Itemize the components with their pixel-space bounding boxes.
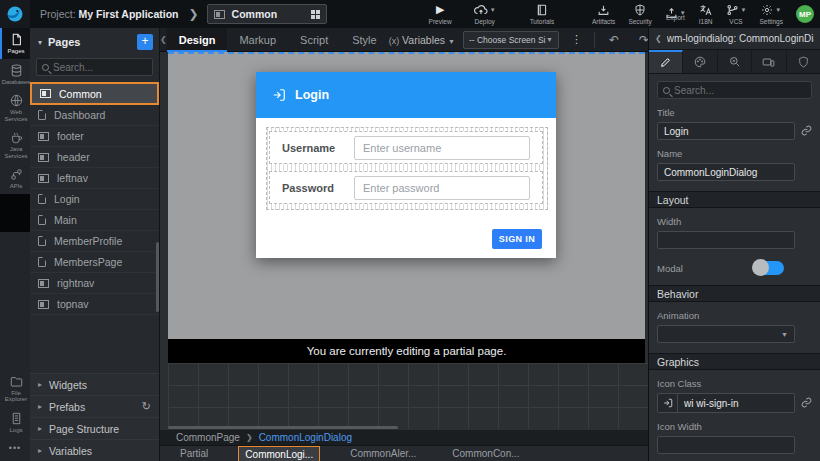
canvas-grid-background: [168, 363, 648, 429]
page-item-topnav[interactable]: topnav: [30, 294, 159, 315]
rail-item-file-explorer[interactable]: File Explorer: [0, 370, 30, 407]
editor-center: ❮ Design Markup Script Style (x) Variabl…: [160, 28, 648, 461]
export-button[interactable]: ▼ Export: [665, 0, 686, 28]
rail-item-pages[interactable]: Pages: [0, 28, 30, 59]
layout-section-header[interactable]: Layout: [649, 191, 820, 208]
screen-size-select[interactable]: -- Choose Screen Size -- ▼: [463, 31, 559, 49]
page-item-memberprofile[interactable]: MemberProfile: [30, 231, 159, 252]
icon-width-property-input[interactable]: [657, 436, 795, 454]
tab-properties[interactable]: [649, 50, 683, 73]
i18n-button[interactable]: I18N: [699, 0, 713, 28]
tab-markup[interactable]: Markup: [227, 28, 288, 52]
page-item-memberspage[interactable]: MembersPage: [30, 252, 159, 273]
tab-styles[interactable]: [683, 50, 717, 73]
page-item-rightnav[interactable]: rightnav: [30, 273, 159, 294]
add-page-button[interactable]: +: [137, 34, 153, 50]
bind-link-icon[interactable]: [801, 122, 812, 140]
doc-tab-partial[interactable]: Partial: [174, 446, 214, 461]
section-variables[interactable]: ▸Variables: [30, 439, 159, 461]
canvas-horizontal-scrollbar[interactable]: [168, 426, 398, 429]
artifacts-button[interactable]: Artifacts: [592, 0, 615, 28]
password-form-row[interactable]: Password: [269, 171, 543, 204]
more-options-button[interactable]: ⋮: [567, 33, 586, 46]
tab-security[interactable]: [787, 50, 820, 73]
page-surface[interactable]: Login Username Password SIGN IN: [168, 52, 645, 339]
tab-style[interactable]: Style: [340, 28, 388, 52]
undo-button[interactable]: ↶: [603, 33, 625, 47]
project-name: My First Application: [79, 8, 179, 20]
breadcrumb-parent[interactable]: CommonPage: [176, 432, 240, 443]
pages-search-box[interactable]: [36, 58, 153, 76]
tab-script[interactable]: Script: [288, 28, 340, 52]
login-dialog-widget[interactable]: Login Username Password SIGN IN: [256, 72, 556, 258]
variables-dropdown[interactable]: (x) Variables ▼: [389, 34, 455, 46]
section-page-structure[interactable]: ▸Page Structure: [30, 417, 159, 439]
bind-link-icon[interactable]: [801, 394, 812, 412]
collapse-left-icon[interactable]: ❮: [160, 35, 167, 44]
properties-search-box[interactable]: [657, 81, 812, 99]
wavemaker-logo[interactable]: [0, 0, 30, 28]
tab-devices[interactable]: [752, 50, 786, 73]
page-selector-dropdown[interactable]: Common: [207, 4, 327, 24]
security-button[interactable]: Security: [628, 0, 651, 28]
user-avatar[interactable]: MP: [796, 5, 814, 23]
pages-scrollbar[interactable]: [156, 242, 159, 312]
properties-search-input[interactable]: [674, 85, 806, 96]
section-widgets[interactable]: ▸Widgets: [30, 373, 159, 395]
rail-item-java-services[interactable]: Java Services: [0, 126, 30, 163]
name-property-input[interactable]: [657, 163, 795, 181]
dialog-header[interactable]: Login: [256, 72, 556, 118]
doc-tab-commonlogindialog[interactable]: CommonLogi...: [238, 446, 320, 461]
rail-item-databases[interactable]: Databases: [0, 59, 30, 90]
design-canvas[interactable]: Login Username Password SIGN IN: [160, 52, 648, 430]
dialog-form-container[interactable]: Username Password: [266, 127, 548, 210]
animation-select[interactable]: ▼: [657, 325, 795, 343]
page-item-main[interactable]: Main: [30, 210, 159, 231]
behavior-section-header[interactable]: Behavior: [649, 285, 820, 302]
page-item-footer[interactable]: footer: [30, 126, 159, 147]
devices-icon: [762, 56, 775, 68]
expand-triangle-icon: ▸: [38, 402, 42, 411]
tab-design[interactable]: Design: [167, 28, 228, 52]
page-item-dashboard[interactable]: Dashboard: [30, 105, 159, 126]
username-input[interactable]: [354, 136, 530, 160]
username-form-row[interactable]: Username: [269, 131, 543, 164]
project-breadcrumb: Project: My First Application: [40, 8, 178, 20]
rail-item-logs[interactable]: Logs: [0, 407, 30, 438]
deploy-button[interactable]: ▼ Deploy: [474, 0, 496, 28]
folder-icon: [10, 375, 23, 388]
sign-in-button[interactable]: SIGN IN: [492, 229, 542, 249]
rail-more-button[interactable]: •••: [0, 437, 30, 461]
page-item-header[interactable]: header: [30, 147, 159, 168]
tab-events[interactable]: [718, 50, 752, 73]
page-item-leftnav[interactable]: leftnav: [30, 168, 159, 189]
page-item-common[interactable]: Common: [30, 82, 159, 105]
doc-tab-commonconfirmdialog[interactable]: CommonCon...: [446, 446, 525, 461]
breadcrumb-current[interactable]: CommonLoginDialog: [259, 432, 352, 443]
rail-item-web-services[interactable]: Web Services: [0, 89, 30, 126]
icon-class-input[interactable]: [678, 394, 794, 412]
rail-item-apis[interactable]: APIs: [0, 163, 30, 194]
wavemaker-studio: Project: My First Application ❯ Common ▶…: [0, 0, 820, 461]
pages-search-input[interactable]: [53, 62, 147, 73]
preview-button[interactable]: ▶ Preview: [429, 0, 452, 28]
modal-toggle-on[interactable]: [754, 261, 784, 275]
width-property-input[interactable]: [657, 231, 795, 249]
password-input[interactable]: [354, 176, 530, 200]
section-prefabs[interactable]: ▸Prefabs↻: [30, 395, 159, 417]
graphics-section-header[interactable]: Graphics: [649, 353, 820, 370]
username-label: Username: [282, 142, 340, 154]
icon-width-property-label: Icon Width: [657, 421, 812, 432]
title-property-input[interactable]: [657, 122, 795, 140]
pages-icon: [10, 33, 23, 46]
tutorials-button[interactable]: Tutorials: [530, 0, 555, 28]
grid-view-icon[interactable]: [311, 10, 320, 19]
collapse-panel-icon[interactable]: ❮: [655, 34, 662, 43]
doc-tab-commonalertdialog[interactable]: CommonAler...: [344, 446, 422, 461]
collapse-triangle-icon[interactable]: ▾: [38, 38, 42, 47]
settings-button[interactable]: ▼ Settings: [760, 0, 784, 28]
page-item-login[interactable]: Login: [30, 189, 159, 210]
page-selector-value: Common: [232, 8, 304, 20]
refresh-icon[interactable]: ↻: [142, 400, 151, 413]
vcs-button[interactable]: ▼ VCS: [726, 0, 747, 28]
